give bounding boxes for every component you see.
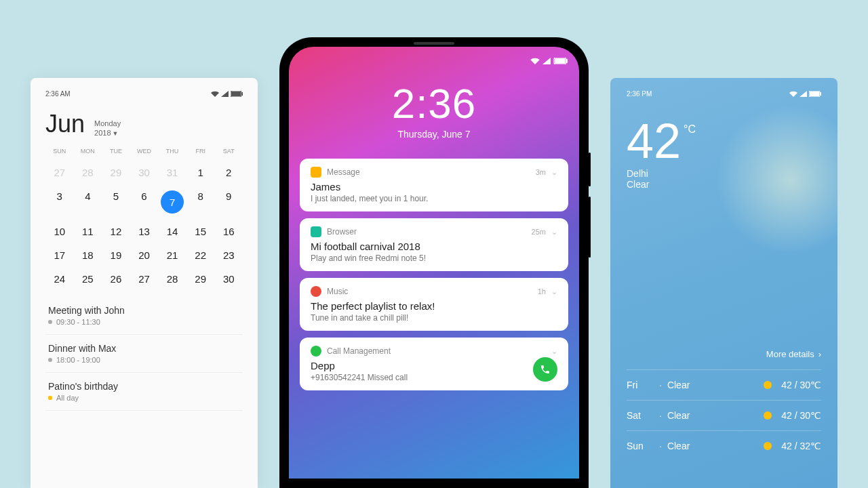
- chevron-down-icon[interactable]: ⌄: [551, 228, 557, 237]
- calendar-day[interactable]: 2: [214, 167, 243, 178]
- signal-icon: [221, 91, 229, 97]
- app-icon: [311, 346, 321, 357]
- notification-app: Message: [327, 167, 360, 177]
- status-time: 2:36 PM: [627, 90, 652, 98]
- event-item[interactable]: Dinner with Max 18:00 - 19:00: [45, 335, 243, 373]
- calendar-day[interactable]: 20: [130, 249, 159, 261]
- notification-body: I just landed, meet you in 1 hour.: [311, 194, 557, 203]
- event-dot-icon: [48, 358, 52, 362]
- calendar-day[interactable]: 28: [158, 273, 186, 285]
- app-icon: [311, 167, 321, 178]
- battery-icon: [231, 91, 243, 97]
- forecast-day: Sat: [627, 410, 654, 421]
- calendar-dow: FRI: [186, 148, 215, 155]
- calendar-day[interactable]: 28: [74, 167, 102, 178]
- calendar-day[interactable]: 4: [74, 190, 102, 214]
- forecast-list: Fri · Clear 42 / 30℃Sat · Clear 42 / 30℃…: [627, 369, 821, 461]
- svg-rect-1: [241, 92, 243, 96]
- calendar-day[interactable]: 18: [74, 249, 102, 261]
- calendar-day[interactable]: 1: [186, 167, 215, 178]
- calendar-day[interactable]: 31: [158, 167, 186, 178]
- chevron-down-icon[interactable]: ⌄: [551, 347, 557, 356]
- notification-list: Message 3m ⌄ James I just landed, meet y…: [300, 159, 568, 390]
- chevron-down-icon[interactable]: ⌄: [551, 287, 557, 296]
- forecast-condition: Clear: [667, 380, 764, 390]
- lock-time: 2:36: [300, 79, 568, 127]
- forecast-row[interactable]: Sat · Clear 42 / 30℃: [627, 400, 821, 430]
- event-dot-icon: [48, 320, 52, 324]
- svg-rect-4: [566, 59, 568, 63]
- event-list: Meeting with John 09:30 - 11:30Dinner wi…: [45, 297, 243, 411]
- more-details-link[interactable]: More details ›: [766, 349, 821, 359]
- calendar-day[interactable]: 14: [158, 226, 186, 237]
- calendar-dow: SUN: [45, 148, 74, 155]
- temp-value: 42: [627, 117, 681, 165]
- calendar-dow: WED: [130, 148, 159, 155]
- notification-time: 1h: [538, 287, 546, 296]
- notification-card[interactable]: Browser 25m ⌄ Mi football carnival 2018 …: [300, 218, 568, 271]
- calendar-day[interactable]: 7: [158, 190, 186, 214]
- event-title: Patino's birthday: [48, 381, 240, 392]
- calendar-day[interactable]: 17: [45, 249, 74, 261]
- notification-title: James: [311, 181, 557, 192]
- calendar-day[interactable]: 11: [74, 226, 102, 237]
- calendar-day[interactable]: 29: [186, 273, 215, 285]
- notification-time: 25m: [532, 228, 546, 236]
- chevron-down-icon: ▼: [113, 130, 119, 137]
- status-time: 2:36 AM: [45, 90, 71, 98]
- calendar-day[interactable]: 29: [102, 167, 130, 178]
- sun-icon: [764, 411, 772, 420]
- notification-card[interactable]: Music 1h ⌄ The perfect playlist to relax…: [300, 278, 568, 331]
- calendar-day[interactable]: 6: [130, 190, 159, 214]
- svg-rect-5: [555, 58, 566, 64]
- battery-icon: [553, 58, 568, 64]
- calendar-header[interactable]: Jun Monday 2018▼: [45, 110, 243, 138]
- weather-condition: Clear: [627, 179, 821, 190]
- calendar-day[interactable]: 13: [130, 226, 159, 237]
- chevron-down-icon[interactable]: ⌄: [551, 168, 557, 177]
- wifi-icon: [211, 91, 219, 97]
- event-item[interactable]: Patino's birthday All day: [45, 373, 243, 411]
- notification-body: Tune in and take a chill pill!: [311, 313, 557, 323]
- calendar-day[interactable]: 22: [186, 249, 215, 261]
- calendar-day[interactable]: 25: [74, 273, 102, 285]
- call-button[interactable]: [533, 357, 557, 382]
- event-item[interactable]: Meeting with John 09:30 - 11:30: [45, 297, 243, 335]
- calendar-day[interactable]: 5: [102, 190, 130, 214]
- calendar-weekday: Monday: [94, 119, 121, 128]
- calendar-day[interactable]: 3: [45, 190, 74, 214]
- calendar-month: Jun: [45, 110, 85, 138]
- calendar-day[interactable]: 9: [214, 190, 243, 214]
- phone-frame: 2:36 Thursday, June 7 Message 3m ⌄ James…: [279, 37, 589, 488]
- calendar-day[interactable]: 16: [214, 226, 243, 237]
- calendar-day[interactable]: 27: [130, 273, 159, 285]
- notification-title: Depp: [311, 360, 533, 371]
- calendar-day[interactable]: 24: [45, 273, 74, 285]
- calendar-day[interactable]: 19: [102, 249, 130, 261]
- calendar-day[interactable]: 8: [186, 190, 215, 214]
- calendar-day[interactable]: 30: [130, 167, 159, 178]
- notification-card[interactable]: Call Management ⌄ Depp +91630542241 Miss…: [300, 338, 568, 390]
- calendar-day[interactable]: 15: [186, 226, 215, 237]
- calendar-day[interactable]: 27: [45, 167, 74, 178]
- forecast-row[interactable]: Fri · Clear 42 / 30℃: [627, 369, 821, 400]
- status-icons: [789, 90, 821, 98]
- calendar-day[interactable]: 26: [102, 273, 130, 285]
- notification-card[interactable]: Message 3m ⌄ James I just landed, meet y…: [300, 159, 568, 211]
- calendar-day[interactable]: 21: [158, 249, 186, 261]
- separator-icon: ·: [659, 441, 662, 451]
- notification-body: +91630542241 Missed call: [311, 373, 533, 382]
- calendar-day[interactable]: 12: [102, 226, 130, 237]
- calendar-day[interactable]: 10: [45, 226, 74, 237]
- calendar-day[interactable]: 23: [214, 249, 243, 261]
- calendar-dow: TUE: [102, 148, 130, 155]
- forecast-temps: 42 / 30℃: [781, 380, 821, 390]
- forecast-row[interactable]: Sun · Clear 42 / 32℃: [627, 430, 821, 461]
- sun-icon: [764, 381, 772, 389]
- calendar-day[interactable]: 30: [214, 273, 243, 285]
- lock-screen[interactable]: 2:36 Thursday, June 7 Message 3m ⌄ James…: [289, 47, 579, 479]
- notification-title: The perfect playlist to relax!: [311, 300, 557, 312]
- chevron-right-icon: ›: [818, 349, 821, 359]
- event-time: 09:30 - 11:30: [48, 318, 240, 326]
- svg-rect-2: [231, 92, 241, 96]
